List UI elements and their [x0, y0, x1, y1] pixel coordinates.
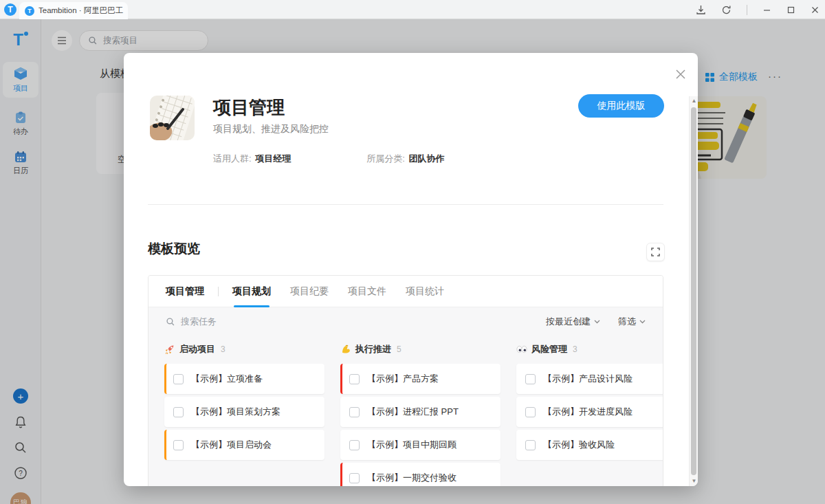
task-card[interactable]: 【示例】产品设计风险 [516, 364, 663, 394]
task-search-placeholder: 搜索任务 [181, 316, 217, 328]
task-checkbox[interactable] [525, 374, 536, 384]
column-count: 5 [397, 344, 402, 354]
modal-scrollbar[interactable]: ▲ ▼ [689, 96, 698, 486]
scrollbar-thumb[interactable] [691, 107, 696, 475]
column-header: 启动项目 3 [164, 342, 324, 357]
template-title: 项目管理 [213, 96, 285, 120]
tab-project-planning[interactable]: 项目规划 [232, 276, 271, 307]
task-checkbox[interactable] [349, 374, 360, 384]
preview-tabbar: 项目管理 项目规划 项目纪要 项目文件 项目统计 [148, 276, 663, 307]
task-card[interactable]: 【示例】一期交付验收 [340, 463, 500, 486]
header-divider [148, 204, 663, 205]
search-icon [166, 317, 175, 327]
window-titlebar: T T Teambition · 阿里巴巴工 [0, 0, 825, 19]
tab-separator [218, 287, 219, 296]
filter-dropdown[interactable]: 筛选 [618, 316, 646, 328]
template-thumbnail [150, 96, 195, 140]
chevron-down-icon [639, 320, 646, 324]
task-card[interactable]: 【示例】进程汇报 PPT [340, 397, 500, 427]
column-count: 3 [573, 344, 578, 354]
tab-project-minutes[interactable]: 项目纪要 [290, 276, 329, 307]
task-checkbox[interactable] [173, 440, 184, 450]
kanban-column-execute: 执行推进 5 【示例】产品方案 【示例】进程汇报 PPT 【示例】项目中期回顾 [340, 342, 500, 486]
tab-project-files[interactable]: 项目文件 [348, 276, 386, 307]
tab-project-management[interactable]: 项目管理 [166, 276, 204, 307]
browser-tab[interactable]: T Teambition · 阿里巴巴工 [19, 2, 128, 19]
board-toolbar: 搜索任务 按最近创建 筛选 [148, 307, 663, 336]
template-preview-panel: 项目管理 项目规划 项目纪要 项目文件 项目统计 搜索任务 按最近创建 [148, 275, 663, 486]
task-checkbox[interactable] [349, 440, 360, 450]
template-detail-modal: 项目管理 项目规划、推进及风险把控 适用人群: 项目经理 所属分类: 团队协作 … [124, 53, 698, 486]
task-card[interactable]: 【示例】开发进度风险 [516, 397, 663, 427]
column-count: 3 [221, 344, 226, 354]
download-icon[interactable] [696, 5, 706, 15]
eyes-icon [516, 344, 527, 355]
task-checkbox[interactable] [525, 440, 536, 450]
fullscreen-button[interactable] [646, 243, 665, 261]
task-checkbox[interactable] [173, 374, 184, 384]
use-template-button[interactable]: 使用此模版 [578, 94, 664, 118]
kanban-column-risk: 风险管理 3 【示例】产品设计风险 【示例】开发进度风险 【示例】验收风险 [516, 342, 663, 486]
titlebar-divider [747, 5, 747, 15]
app-window: T T Teambition · 阿里巴巴工 T 项目 待办 日历 [0, 0, 825, 504]
category-value: 团队协作 [409, 153, 445, 164]
sort-dropdown[interactable]: 按最近创建 [546, 316, 600, 328]
column-name: 执行推进 [355, 343, 391, 355]
audience-label: 适用人群: [213, 153, 252, 164]
column-header: 执行推进 5 [340, 342, 500, 357]
tab-title: Teambition · 阿里巴巴工 [38, 6, 123, 16]
task-card[interactable]: 【示例】项目启动会 [164, 430, 324, 460]
category-label: 所属分类: [366, 153, 405, 164]
task-checkbox[interactable] [173, 407, 184, 417]
column-header: 风险管理 3 [516, 342, 663, 357]
template-subtitle: 项目规划、推进及风险把控 [213, 123, 329, 135]
filter-label: 筛选 [618, 316, 636, 328]
kanban-board: 启动项目 3 【示例】立项准备 【示例】项目策划方案 【示例】项目启动会 [148, 336, 663, 486]
minimize-icon[interactable] [762, 6, 771, 14]
fullscreen-icon [651, 248, 660, 256]
task-card[interactable]: 【示例】项目中期回顾 [340, 430, 500, 460]
audience-value: 项目经理 [255, 153, 291, 164]
scroll-up-icon[interactable]: ▲ [690, 96, 698, 106]
task-card[interactable]: 【示例】验收风险 [516, 430, 663, 460]
close-icon[interactable] [674, 68, 687, 80]
task-checkbox[interactable] [349, 407, 360, 417]
column-name: 风险管理 [531, 343, 567, 355]
sort-label: 按最近创建 [546, 316, 591, 328]
teambition-app-icon: T [4, 3, 16, 16]
task-search-input[interactable]: 搜索任务 [166, 316, 217, 328]
task-card[interactable]: 【示例】立项准备 [164, 364, 324, 394]
task-card[interactable]: 【示例】产品方案 [340, 364, 500, 394]
close-window-icon[interactable] [811, 6, 820, 14]
tab-project-stats[interactable]: 项目统计 [406, 276, 444, 307]
refresh-icon[interactable] [721, 5, 732, 15]
task-card[interactable]: 【示例】项目策划方案 [164, 397, 324, 427]
maximize-icon[interactable] [786, 6, 795, 14]
preview-heading: 模板预览 [148, 240, 200, 258]
task-checkbox[interactable] [525, 407, 536, 417]
teambition-tab-icon: T [25, 6, 34, 16]
column-name: 启动项目 [179, 343, 215, 355]
rocket-icon [164, 344, 175, 355]
template-meta: 适用人群: 项目经理 所属分类: 团队协作 [213, 153, 445, 165]
chevron-down-icon [594, 320, 600, 324]
task-checkbox[interactable] [349, 473, 360, 483]
muscle-icon [340, 344, 351, 355]
kanban-column-start: 启动项目 3 【示例】立项准备 【示例】项目策划方案 【示例】项目启动会 [164, 342, 324, 486]
